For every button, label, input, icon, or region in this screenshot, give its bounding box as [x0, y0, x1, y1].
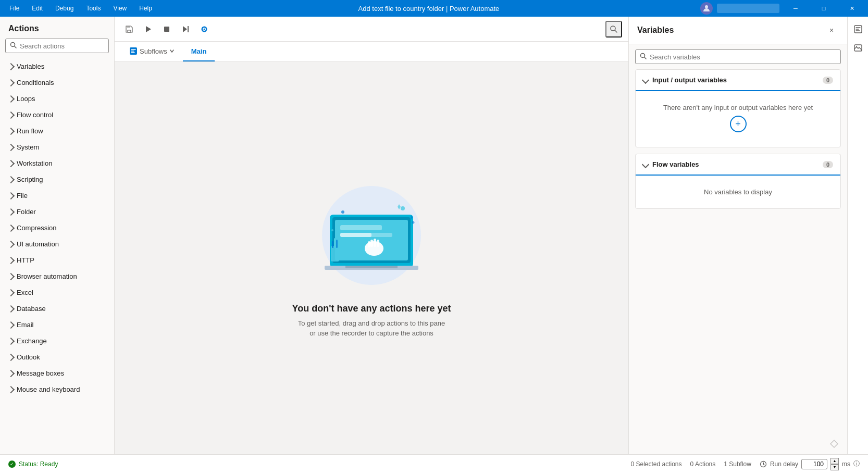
chevron-right-icon — [7, 143, 15, 151]
titlebar-menu: File Edit Debug Tools View Help — [4, 3, 157, 14]
sidebar-variables-icon-btn[interactable] — [850, 21, 866, 38]
variables-close-button[interactable]: × — [824, 23, 839, 38]
menu-debug[interactable]: Debug — [50, 3, 79, 14]
svg-point-0 — [705, 5, 708, 8]
variables-content: Input / output variables 0 There aren't … — [629, 69, 847, 433]
action-group-label: Loops — [17, 95, 35, 103]
action-group-label: Scripting — [17, 176, 43, 183]
window-title: Add text file to country folder | Power … — [358, 5, 500, 13]
svg-rect-32 — [345, 266, 398, 268]
toolbar-search-button[interactable] — [605, 21, 622, 38]
input-output-section-title: Input / output variables — [652, 76, 819, 84]
run-delay-unit: ms — [842, 460, 850, 468]
actions-search-box[interactable] — [5, 39, 109, 53]
menu-file[interactable]: File — [4, 3, 24, 14]
action-group-exchange[interactable]: Exchange — [0, 333, 114, 349]
variables-header-actions: × — [824, 23, 839, 38]
variables-search-box[interactable] — [635, 49, 841, 64]
svg-rect-23 — [370, 240, 373, 247]
chevron-right-icon — [7, 272, 15, 280]
run-delay-down-button[interactable]: ▼ — [830, 464, 839, 470]
flow-section-body: No variables to display — [636, 176, 840, 208]
add-variable-button[interactable]: + — [730, 116, 747, 132]
stop-button[interactable] — [158, 21, 175, 38]
close-button[interactable]: ✕ — [840, 0, 864, 17]
action-group-label: System — [17, 143, 39, 151]
menu-view[interactable]: View — [108, 3, 132, 14]
tab-subflows[interactable]: Subflows — [121, 42, 183, 61]
action-group-folder[interactable]: Folder — [0, 204, 114, 220]
variables-search-icon — [640, 53, 647, 61]
variables-search-input[interactable] — [650, 53, 836, 61]
action-group-email[interactable]: Email — [0, 317, 114, 333]
action-group-mouse-keyboard[interactable]: Mouse and keyboard — [0, 381, 114, 397]
input-output-section-body: There aren't any input or output variabl… — [636, 91, 840, 147]
tab-main[interactable]: Main — [183, 42, 215, 61]
action-group-workstation[interactable]: Workstation — [0, 155, 114, 171]
action-group-excel[interactable]: Excel — [0, 284, 114, 301]
action-group-outlook[interactable]: Outlook — [0, 349, 114, 365]
action-group-message-boxes[interactable]: Message boxes — [0, 365, 114, 381]
chevron-right-icon — [7, 256, 15, 264]
action-group-loops[interactable]: Loops — [0, 91, 114, 107]
action-group-run-flow[interactable]: Run flow — [0, 123, 114, 139]
flow-empty-text: No variables to display — [644, 188, 832, 196]
chevron-right-icon — [7, 176, 15, 183]
status-dot-icon — [8, 460, 16, 468]
run-delay-stepper: ▲ ▼ — [830, 458, 839, 470]
action-group-system[interactable]: System — [0, 139, 114, 155]
action-group-compression[interactable]: Compression — [0, 220, 114, 236]
chevron-right-icon — [7, 79, 15, 86]
run-delay-input[interactable] — [801, 459, 827, 469]
chevron-right-icon — [7, 63, 15, 70]
flow-section-header[interactable]: Flow variables 0 — [636, 154, 840, 176]
action-group-variables[interactable]: Variables — [0, 58, 114, 74]
action-group-conditionals[interactable]: Conditionals — [0, 74, 114, 91]
run-button[interactable] — [140, 21, 156, 38]
action-group-flow-control[interactable]: Flow control — [0, 107, 114, 123]
svg-point-37 — [641, 54, 645, 58]
variables-icon — [853, 24, 863, 34]
run-delay-up-button[interactable]: ▲ — [830, 458, 839, 464]
menu-help[interactable]: Help — [134, 3, 157, 14]
chevron-right-icon — [7, 95, 15, 102]
action-group-label: Outlook — [17, 353, 40, 361]
minimize-button[interactable]: ─ — [784, 0, 808, 17]
action-group-label: File — [17, 192, 28, 200]
actions-search-input[interactable] — [20, 42, 104, 50]
action-group-browser-automation[interactable]: Browser automation — [0, 268, 114, 284]
menu-tools[interactable]: Tools — [81, 3, 106, 14]
chevron-right-icon — [7, 111, 15, 118]
sidebar-image-icon-btn[interactable] — [850, 40, 866, 56]
chevron-right-icon — [7, 127, 15, 134]
svg-marker-7 — [183, 26, 187, 32]
svg-rect-3 — [128, 30, 131, 32]
record-button[interactable] — [196, 21, 213, 38]
action-group-http[interactable]: HTTP — [0, 252, 114, 268]
svg-line-2 — [15, 46, 16, 48]
svg-rect-6 — [164, 27, 169, 32]
action-group-label: Compression — [17, 224, 57, 232]
action-group-ui-automation[interactable]: UI automation — [0, 236, 114, 252]
run-delay-info-icon[interactable]: ⓘ — [853, 459, 860, 468]
action-group-scripting[interactable]: Scripting — [0, 171, 114, 188]
action-group-label: Workstation — [17, 159, 52, 167]
menu-edit[interactable]: Edit — [27, 3, 48, 14]
action-group-file[interactable]: File — [0, 188, 114, 204]
step-button[interactable] — [177, 21, 194, 38]
save-button[interactable] — [121, 21, 138, 38]
action-group-database[interactable]: Database — [0, 301, 114, 317]
action-group-label: Variables — [17, 63, 44, 70]
svg-rect-24 — [374, 239, 376, 247]
input-output-section-header[interactable]: Input / output variables 0 — [636, 70, 840, 91]
svg-point-41 — [855, 46, 857, 47]
variables-panel-title: Variables — [637, 26, 674, 35]
maximize-button[interactable]: □ — [812, 0, 836, 17]
chevron-down-icon — [642, 160, 649, 168]
chevron-right-icon — [7, 208, 15, 215]
chevron-right-icon — [7, 289, 15, 296]
chevron-right-icon — [7, 159, 15, 167]
flow-canvas: You don't have any actions here yet To g… — [115, 62, 628, 454]
right-sidebar — [847, 17, 868, 454]
chevron-right-icon — [7, 337, 15, 344]
